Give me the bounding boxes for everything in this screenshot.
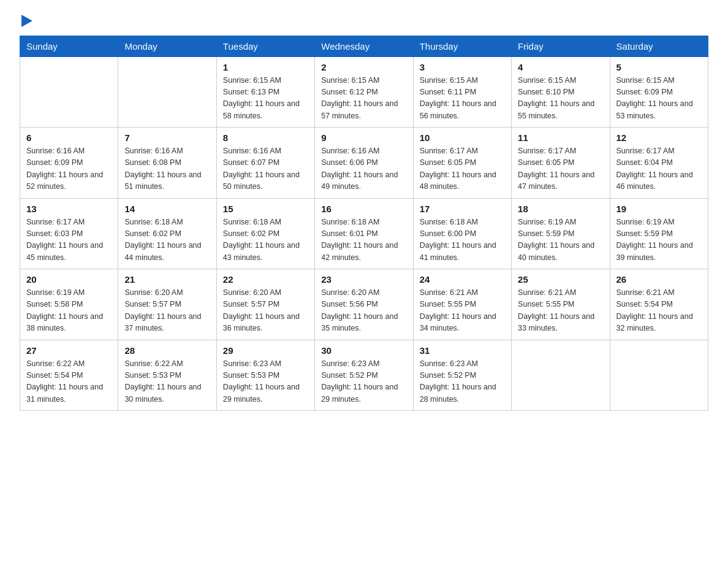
day-info: Sunrise: 6:20 AMSunset: 5:56 PMDaylight:… xyxy=(321,287,406,335)
column-header-saturday: Saturday xyxy=(610,36,708,56)
day-number: 27 xyxy=(26,345,112,356)
calendar-cell: 30Sunrise: 6:23 AMSunset: 5:52 PMDayligh… xyxy=(315,340,413,411)
day-info: Sunrise: 6:17 AMSunset: 6:05 PMDaylight:… xyxy=(518,145,603,193)
day-number: 22 xyxy=(223,274,308,285)
calendar-cell: 19Sunrise: 6:19 AMSunset: 5:59 PMDayligh… xyxy=(610,198,708,269)
day-info: Sunrise: 6:22 AMSunset: 5:54 PMDaylight:… xyxy=(26,358,112,406)
calendar-cell: 24Sunrise: 6:21 AMSunset: 5:55 PMDayligh… xyxy=(413,269,511,340)
calendar-header-row: SundayMondayTuesdayWednesdayThursdayFrid… xyxy=(20,36,708,56)
day-number: 26 xyxy=(616,274,702,285)
day-info: Sunrise: 6:17 AMSunset: 6:04 PMDaylight:… xyxy=(616,145,702,193)
calendar-cell: 1Sunrise: 6:15 AMSunset: 6:13 PMDaylight… xyxy=(216,56,314,128)
day-info: Sunrise: 6:23 AMSunset: 5:52 PMDaylight:… xyxy=(321,358,406,406)
day-info: Sunrise: 6:21 AMSunset: 5:55 PMDaylight:… xyxy=(420,287,505,335)
calendar-cell: 18Sunrise: 6:19 AMSunset: 5:59 PMDayligh… xyxy=(512,198,610,269)
svg-marker-0 xyxy=(21,15,32,27)
calendar-cell: 8Sunrise: 6:16 AMSunset: 6:07 PMDaylight… xyxy=(216,128,314,199)
day-number: 7 xyxy=(124,132,210,143)
calendar-cell: 7Sunrise: 6:16 AMSunset: 6:08 PMDaylight… xyxy=(118,128,216,199)
day-info: Sunrise: 6:17 AMSunset: 6:05 PMDaylight:… xyxy=(420,145,505,193)
calendar-cell: 28Sunrise: 6:22 AMSunset: 5:53 PMDayligh… xyxy=(118,340,216,411)
day-number: 4 xyxy=(518,62,603,72)
day-number: 20 xyxy=(26,274,112,285)
day-number: 12 xyxy=(616,132,702,143)
day-info: Sunrise: 6:15 AMSunset: 6:11 PMDaylight:… xyxy=(420,75,505,123)
day-info: Sunrise: 6:16 AMSunset: 6:07 PMDaylight:… xyxy=(223,145,308,193)
calendar-cell: 31Sunrise: 6:23 AMSunset: 5:52 PMDayligh… xyxy=(413,340,511,411)
calendar-cell: 25Sunrise: 6:21 AMSunset: 5:55 PMDayligh… xyxy=(512,269,610,340)
calendar-cell: 13Sunrise: 6:17 AMSunset: 6:03 PMDayligh… xyxy=(20,198,118,269)
day-info: Sunrise: 6:18 AMSunset: 6:02 PMDaylight:… xyxy=(223,216,308,264)
calendar-cell: 12Sunrise: 6:17 AMSunset: 6:04 PMDayligh… xyxy=(610,128,708,199)
calendar-cell: 9Sunrise: 6:16 AMSunset: 6:06 PMDaylight… xyxy=(315,128,413,199)
calendar-cell: 23Sunrise: 6:20 AMSunset: 5:56 PMDayligh… xyxy=(315,269,413,340)
day-number: 1 xyxy=(223,62,308,72)
day-number: 24 xyxy=(420,274,505,285)
calendar-cell: 15Sunrise: 6:18 AMSunset: 6:02 PMDayligh… xyxy=(216,198,314,269)
day-info: Sunrise: 6:15 AMSunset: 6:10 PMDaylight:… xyxy=(518,75,603,123)
calendar-table: SundayMondayTuesdayWednesdayThursdayFrid… xyxy=(20,36,708,412)
calendar-cell: 6Sunrise: 6:16 AMSunset: 6:09 PMDaylight… xyxy=(20,128,118,199)
calendar-cell: 27Sunrise: 6:22 AMSunset: 5:54 PMDayligh… xyxy=(20,340,118,411)
column-header-sunday: Sunday xyxy=(20,36,118,56)
day-number: 21 xyxy=(124,274,210,285)
day-info: Sunrise: 6:17 AMSunset: 6:03 PMDaylight:… xyxy=(26,216,112,264)
day-number: 8 xyxy=(223,132,308,143)
day-info: Sunrise: 6:19 AMSunset: 5:58 PMDaylight:… xyxy=(26,287,112,335)
day-number: 19 xyxy=(616,204,702,214)
day-number: 16 xyxy=(321,204,406,214)
logo xyxy=(20,15,32,31)
calendar-cell xyxy=(512,340,610,411)
day-info: Sunrise: 6:15 AMSunset: 6:13 PMDaylight:… xyxy=(223,75,308,123)
week-row-3: 13Sunrise: 6:17 AMSunset: 6:03 PMDayligh… xyxy=(20,198,708,269)
day-info: Sunrise: 6:15 AMSunset: 6:09 PMDaylight:… xyxy=(616,75,702,123)
day-info: Sunrise: 6:19 AMSunset: 5:59 PMDaylight:… xyxy=(616,216,702,264)
calendar-cell: 26Sunrise: 6:21 AMSunset: 5:54 PMDayligh… xyxy=(610,269,708,340)
calendar-cell: 3Sunrise: 6:15 AMSunset: 6:11 PMDaylight… xyxy=(413,56,511,128)
page-header xyxy=(20,15,708,31)
day-number: 2 xyxy=(321,62,406,72)
day-number: 18 xyxy=(518,204,603,214)
calendar-cell: 16Sunrise: 6:18 AMSunset: 6:01 PMDayligh… xyxy=(315,198,413,269)
column-header-wednesday: Wednesday xyxy=(315,36,413,56)
day-number: 14 xyxy=(124,204,210,214)
calendar-cell: 22Sunrise: 6:20 AMSunset: 5:57 PMDayligh… xyxy=(216,269,314,340)
day-info: Sunrise: 6:23 AMSunset: 5:53 PMDaylight:… xyxy=(223,358,308,406)
day-number: 29 xyxy=(223,345,308,356)
column-header-tuesday: Tuesday xyxy=(216,36,314,56)
calendar-cell xyxy=(610,340,708,411)
day-number: 15 xyxy=(223,204,308,214)
calendar-cell: 14Sunrise: 6:18 AMSunset: 6:02 PMDayligh… xyxy=(118,198,216,269)
day-number: 28 xyxy=(124,345,210,356)
calendar-cell xyxy=(20,56,118,128)
day-info: Sunrise: 6:16 AMSunset: 6:08 PMDaylight:… xyxy=(124,145,210,193)
calendar-cell xyxy=(118,56,216,128)
day-number: 11 xyxy=(518,132,603,143)
day-number: 3 xyxy=(420,62,505,72)
week-row-5: 27Sunrise: 6:22 AMSunset: 5:54 PMDayligh… xyxy=(20,340,708,411)
calendar-cell: 21Sunrise: 6:20 AMSunset: 5:57 PMDayligh… xyxy=(118,269,216,340)
calendar-cell: 10Sunrise: 6:17 AMSunset: 6:05 PMDayligh… xyxy=(413,128,511,199)
day-info: Sunrise: 6:21 AMSunset: 5:55 PMDaylight:… xyxy=(518,287,603,335)
day-info: Sunrise: 6:16 AMSunset: 6:09 PMDaylight:… xyxy=(26,145,112,193)
day-number: 10 xyxy=(420,132,505,143)
logo-triangle-icon xyxy=(21,15,32,29)
day-number: 9 xyxy=(321,132,406,143)
day-info: Sunrise: 6:23 AMSunset: 5:52 PMDaylight:… xyxy=(420,358,505,406)
day-info: Sunrise: 6:16 AMSunset: 6:06 PMDaylight:… xyxy=(321,145,406,193)
day-number: 31 xyxy=(420,345,505,356)
day-number: 25 xyxy=(518,274,603,285)
day-info: Sunrise: 6:20 AMSunset: 5:57 PMDaylight:… xyxy=(124,287,210,335)
day-info: Sunrise: 6:22 AMSunset: 5:53 PMDaylight:… xyxy=(124,358,210,406)
calendar-cell: 11Sunrise: 6:17 AMSunset: 6:05 PMDayligh… xyxy=(512,128,610,199)
day-info: Sunrise: 6:18 AMSunset: 6:01 PMDaylight:… xyxy=(321,216,406,264)
day-number: 13 xyxy=(26,204,112,214)
day-info: Sunrise: 6:21 AMSunset: 5:54 PMDaylight:… xyxy=(616,287,702,335)
day-info: Sunrise: 6:15 AMSunset: 6:12 PMDaylight:… xyxy=(321,75,406,123)
calendar-cell: 29Sunrise: 6:23 AMSunset: 5:53 PMDayligh… xyxy=(216,340,314,411)
calendar-cell: 5Sunrise: 6:15 AMSunset: 6:09 PMDaylight… xyxy=(610,56,708,128)
day-info: Sunrise: 6:18 AMSunset: 6:02 PMDaylight:… xyxy=(124,216,210,264)
day-number: 6 xyxy=(26,132,112,143)
calendar-cell: 4Sunrise: 6:15 AMSunset: 6:10 PMDaylight… xyxy=(512,56,610,128)
column-header-friday: Friday xyxy=(512,36,610,56)
